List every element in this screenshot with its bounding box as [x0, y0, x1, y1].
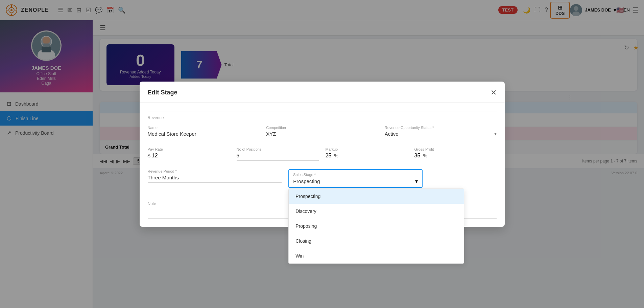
sales-stage-field[interactable]: Sales Stage * Prospecting ▾ [288, 169, 423, 188]
form-row-2: Pay Rate $ 12 No of Positions 5 Markup 2… [148, 147, 497, 161]
sales-stage-label: Sales Stage * [293, 173, 418, 177]
gross-profit-input[interactable]: 35 % [414, 153, 497, 161]
field-positions: No of Positions 5 [237, 147, 319, 161]
positions-label: No of Positions [237, 147, 319, 151]
form-row-1: Name Medical Store Keeper Competition XY… [148, 126, 497, 139]
modal-overlay[interactable]: Edit Stage ✕ Revenue Name Medical Store … [0, 0, 644, 308]
markup-label: Markup [326, 147, 408, 151]
status-value: Active [385, 131, 399, 137]
markup-value: 25 [326, 153, 332, 159]
markup-input[interactable]: 25 % [326, 153, 408, 161]
name-value[interactable]: Medical Store Keeper [148, 131, 260, 139]
gross-profit-label: Gross Profit [414, 147, 497, 151]
pay-rate-prefix: $ [148, 153, 150, 158]
field-sales-stage-container: Sales Stage * Prospecting ▾ Prospecting … [288, 169, 423, 188]
field-pay-rate: Pay Rate $ 12 [148, 147, 230, 161]
dropdown-item-prospecting[interactable]: Prospecting [289, 189, 464, 204]
competition-value[interactable]: XYZ [266, 131, 378, 139]
pay-rate-value: 12 [152, 153, 158, 159]
dropdown-item-proposing[interactable]: Proposing [289, 219, 464, 234]
dropdown-item-discovery[interactable]: Discovery [289, 204, 464, 219]
modal-body: Revenue Name Medical Store Keeper Compet… [140, 103, 505, 227]
field-competition: Competition XYZ [266, 126, 378, 139]
form-row-3: Revenue Period * Three Months Sales Stag… [148, 169, 497, 188]
pay-rate-input[interactable]: $ 12 [148, 153, 230, 161]
sales-stage-select[interactable]: Prospecting ▾ [293, 178, 418, 184]
gross-profit-value: 35 [414, 153, 421, 159]
sales-stage-arrow: ▾ [415, 178, 418, 184]
modal-header: Edit Stage ✕ [140, 82, 505, 103]
sales-stage-value: Prospecting [293, 178, 320, 184]
field-gross-profit: Gross Profit 35 % [414, 147, 497, 161]
gross-profit-suffix: % [423, 153, 427, 158]
status-dropdown-arrow: ▾ [494, 131, 497, 136]
revenue-period-value[interactable]: Three Months [148, 175, 282, 183]
status-label: Revenue Opportunity Status * [385, 126, 497, 130]
field-revenue-period: Revenue Period * Three Months [148, 169, 282, 188]
field-name: Name Medical Store Keeper [148, 126, 260, 139]
field-status: Revenue Opportunity Status * Active ▾ [385, 126, 497, 139]
dropdown-item-win[interactable]: Win [289, 248, 464, 263]
modal-title: Edit Stage [148, 89, 177, 96]
modal-close-button[interactable]: ✕ [491, 88, 497, 97]
edit-stage-modal: Edit Stage ✕ Revenue Name Medical Store … [140, 82, 505, 227]
positions-value[interactable]: 5 [237, 153, 319, 161]
dropdown-item-closing[interactable]: Closing [289, 234, 464, 248]
section-revenue-label: Revenue [148, 111, 497, 120]
name-label: Name [148, 126, 260, 130]
markup-suffix: % [334, 153, 338, 158]
status-select[interactable]: Active ▾ [385, 131, 497, 139]
field-markup: Markup 25 % [326, 147, 408, 161]
pay-rate-label: Pay Rate [148, 147, 230, 151]
revenue-period-label: Revenue Period * [148, 169, 282, 173]
sales-stage-dropdown: Prospecting Discovery Proposing Closing … [288, 189, 464, 264]
competition-label: Competition [266, 126, 378, 130]
